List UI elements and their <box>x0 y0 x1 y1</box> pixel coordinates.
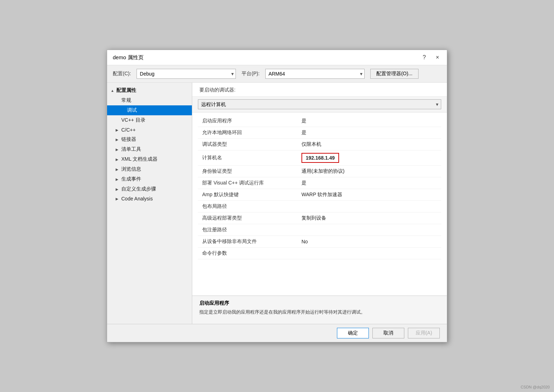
triangle-icon: ▶ <box>116 138 119 142</box>
prop-name: 包注册路径 <box>198 224 297 236</box>
platform-label: 平台(P): <box>242 71 260 77</box>
sidebar-item-label: VC++ 目录 <box>121 117 145 123</box>
description-panel: 启动应用程序 指定是立即启动我的应用程序还是在我的应用程序开始运行时等待对其进行… <box>192 296 447 324</box>
close-button[interactable]: × <box>434 54 441 61</box>
sidebar-item-build-events[interactable]: ▶生成事件 <box>107 174 192 184</box>
properties-table: 启动应用程序是允许本地网络环回是调试器类型仅限本机计算机名192.168.1.4… <box>192 112 447 296</box>
footer: 确定 取消 应用(A) <box>107 324 447 342</box>
sidebar-item-code-analysis[interactable]: ▶Code Analysis <box>107 194 192 203</box>
table-row[interactable]: 身份验证类型通用(未加密的协议) <box>198 166 441 177</box>
sidebar-item-label: C/C++ <box>121 127 135 133</box>
config-manager-button[interactable]: 配置管理器(O)... <box>370 69 419 79</box>
sidebar-item-label: XML 文档生成器 <box>121 156 157 162</box>
triangle-icon: ▶ <box>116 128 119 132</box>
platform-select-wrapper: ARM64 <box>265 69 365 79</box>
table-row[interactable]: 部署 Visual C++ 调试运行库是 <box>198 177 441 189</box>
sidebar-item-label: Code Analysis <box>121 196 153 201</box>
sidebar-item-label: 链接器 <box>121 136 136 143</box>
sidebar-item-cpp[interactable]: ▶C/C++ <box>107 125 192 134</box>
prop-name: Amp 默认快捷键 <box>198 189 297 201</box>
triangle-icon: ▶ <box>116 148 119 151</box>
dialog-title: demo 属性页 <box>113 54 144 61</box>
prop-value: No <box>297 236 441 248</box>
sidebar-item-label: 常规 <box>121 97 131 104</box>
triangle-icon: ▶ <box>116 167 119 171</box>
sidebar-item-config-props[interactable]: ▲配置属性 <box>107 85 192 95</box>
sidebar-item-xml[interactable]: ▶XML 文档生成器 <box>107 154 192 164</box>
panel-header: 要启动的调试器: <box>192 83 447 96</box>
title-bar-buttons: ? × <box>421 54 441 61</box>
prop-value <box>297 201 441 212</box>
sidebar-item-general[interactable]: 常规 <box>107 95 192 105</box>
prop-name: 允许本地网络环回 <box>198 127 297 139</box>
table-row[interactable]: 命令行参数 <box>198 248 441 259</box>
prop-value <box>297 224 441 236</box>
prop-value: 192.168.1.49 <box>297 150 441 166</box>
config-label: 配置(C): <box>113 71 131 77</box>
triangle-icon: ▶ <box>116 158 119 161</box>
sidebar-item-browse[interactable]: ▶浏览信息 <box>107 164 192 174</box>
table-row[interactable]: 高级远程部署类型复制到设备 <box>198 212 441 224</box>
prop-value <box>297 248 441 259</box>
table-row[interactable]: 包注册路径 <box>198 224 441 236</box>
platform-select[interactable]: ARM64 <box>265 69 365 79</box>
table-row[interactable]: 计算机名192.168.1.49 <box>198 150 441 166</box>
title-bar: demo 属性页 ? × <box>107 50 447 65</box>
highlighted-value: 192.168.1.49 <box>301 153 339 163</box>
main-content: ▲配置属性常规调试VC++ 目录▶C/C++▶链接器▶清单工具▶XML 文档生成… <box>107 83 447 324</box>
table-row[interactable]: Amp 默认快捷键WARP 软件加速器 <box>198 189 441 201</box>
description-title: 启动应用程序 <box>199 300 440 307</box>
sidebar-item-custom-build[interactable]: ▶自定义生成步骤 <box>107 184 192 194</box>
prop-value: 仅限本机 <box>297 139 441 150</box>
table-row[interactable]: 启动应用程序是 <box>198 115 441 127</box>
ok-button[interactable]: 确定 <box>337 328 369 338</box>
cancel-button[interactable]: 取消 <box>372 328 404 338</box>
properties-dialog: demo 属性页 ? × 配置(C): Debug 平台(P): ARM64 配… <box>107 50 447 342</box>
prop-value: 通用(未加密的协议) <box>297 166 441 177</box>
table-row[interactable]: 调试器类型仅限本机 <box>198 139 441 150</box>
props-table: 启动应用程序是允许本地网络环回是调试器类型仅限本机计算机名192.168.1.4… <box>198 115 441 259</box>
sidebar-item-label: 配置属性 <box>116 87 136 94</box>
debugger-select-wrapper: 远程计算机 <box>198 99 441 109</box>
prop-name: 启动应用程序 <box>198 115 297 127</box>
table-row[interactable]: 允许本地网络环回是 <box>198 127 441 139</box>
prop-name: 部署 Visual C++ 调试运行库 <box>198 177 297 189</box>
prop-name: 命令行参数 <box>198 248 297 259</box>
prop-value: 复制到设备 <box>297 212 441 224</box>
prop-name: 从设备中移除非布局文件 <box>198 236 297 248</box>
prop-name: 高级远程部署类型 <box>198 212 297 224</box>
sidebar-item-label: 自定义生成步骤 <box>121 186 156 192</box>
sidebar-item-manifest[interactable]: ▶清单工具 <box>107 144 192 154</box>
sidebar-item-label: 调试 <box>127 107 137 114</box>
prop-value: WARP 软件加速器 <box>297 189 441 201</box>
right-panel: 要启动的调试器: 远程计算机 启动应用程序是允许本地网络环回是调试器类型仅限本机… <box>192 83 447 324</box>
prop-value: 是 <box>297 127 441 139</box>
sidebar-item-label: 清单工具 <box>121 146 141 153</box>
triangle-icon: ▲ <box>111 89 114 93</box>
sidebar-item-debug[interactable]: 调试 <box>107 105 192 115</box>
prop-name: 包布局路径 <box>198 201 297 212</box>
triangle-icon: ▶ <box>116 187 119 191</box>
table-row[interactable]: 从设备中移除非布局文件No <box>198 236 441 248</box>
table-row[interactable]: 包布局路径 <box>198 201 441 212</box>
prop-name: 身份验证类型 <box>198 166 297 177</box>
sidebar-item-label: 浏览信息 <box>121 166 141 172</box>
triangle-icon: ▶ <box>116 177 119 181</box>
debugger-select[interactable]: 远程计算机 <box>198 99 441 109</box>
sidebar-item-label: 生成事件 <box>121 176 141 182</box>
sidebar-item-linker[interactable]: ▶链接器 <box>107 134 192 144</box>
sidebar: ▲配置属性常规调试VC++ 目录▶C/C++▶链接器▶清单工具▶XML 文档生成… <box>107 83 192 324</box>
description-text: 指定是立即启动我的应用程序还是在我的应用程序开始运行时等待对其进行调试。 <box>199 309 440 316</box>
config-select[interactable]: Debug <box>137 69 236 79</box>
apply-button[interactable]: 应用(A) <box>408 328 440 338</box>
watermark: CSDN @dq2020 <box>521 385 550 389</box>
prop-value: 是 <box>297 115 441 127</box>
help-button[interactable]: ? <box>421 54 428 61</box>
prop-name: 计算机名 <box>198 150 297 166</box>
sidebar-item-vcpp-dirs[interactable]: VC++ 目录 <box>107 115 192 125</box>
debugger-select-row: 远程计算机 <box>192 96 447 112</box>
prop-value: 是 <box>297 177 441 189</box>
config-select-wrapper: Debug <box>137 69 236 79</box>
toolbar: 配置(C): Debug 平台(P): ARM64 配置管理器(O)... <box>107 65 447 83</box>
prop-name: 调试器类型 <box>198 139 297 150</box>
